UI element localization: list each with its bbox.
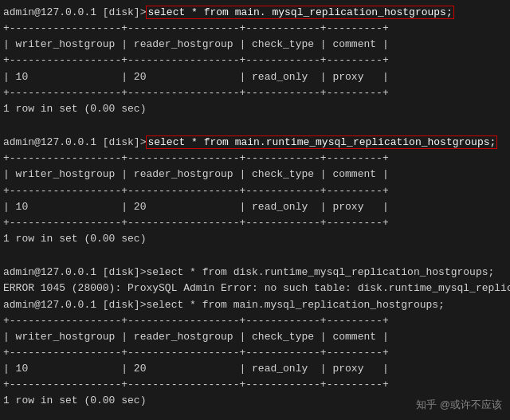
block3-command1: select * from disk.runtime_mysql_replica… [146, 266, 494, 278]
block2-result: 1 row in set (0.00 sec) [3, 231, 507, 247]
block1-result: 1 row in set (0.00 sec) [3, 101, 507, 117]
block2-row: | 10 | 20 | read_only | proxy | [3, 199, 507, 215]
block1-command: select * from main. mysql_replication_ho… [146, 6, 453, 19]
watermark: 知乎 @或许不应该 [416, 398, 502, 412]
block1-sep1: +------------------+------------------+-… [3, 21, 507, 37]
block1-row: | 10 | 20 | read_only | proxy | [3, 69, 507, 85]
block2-sep1: +------------------+------------------+-… [3, 151, 507, 167]
blank1 [3, 119, 507, 135]
block3-sep3: +------------------+------------------+-… [3, 377, 507, 393]
terminal: admin@127.0.0.1 [disk]>select * from mai… [0, 0, 510, 420]
block3-command1-line: admin@127.0.0.1 [disk]>select * from dis… [3, 265, 507, 281]
block2-sep3: +------------------+------------------+-… [3, 215, 507, 231]
block1: admin@127.0.0.1 [disk]>select * from mai… [3, 5, 507, 117]
block3-command2: select * from main.mysql_replication_hos… [146, 299, 444, 311]
block3: admin@127.0.0.1 [disk]>select * from dis… [3, 265, 507, 409]
blank2 [3, 249, 507, 265]
block3-command2-line: admin@127.0.0.1 [disk]>select * from mai… [3, 297, 507, 313]
block2: admin@127.0.0.1 [disk]>select * from mai… [3, 135, 507, 247]
block3-sep2: +------------------+------------------+-… [3, 345, 507, 361]
block3-prompt2: admin@127.0.0.1 [disk]> [3, 299, 146, 311]
block1-command-line: admin@127.0.0.1 [disk]>select * from mai… [3, 5, 507, 21]
block2-command: select * from main.runtime_mysql_replica… [146, 135, 497, 149]
block2-header: | writer_hostgroup | reader_hostgroup | … [3, 167, 507, 183]
block3-row: | 10 | 20 | read_only | proxy | [3, 361, 507, 377]
watermark-text: @或许不应该 [440, 398, 502, 410]
block2-sep2: +------------------+------------------+-… [3, 183, 507, 199]
block2-command-line: admin@127.0.0.1 [disk]>select * from mai… [3, 135, 507, 151]
block3-sep1: +------------------+------------------+-… [3, 313, 507, 329]
block1-header: | writer_hostgroup | reader_hostgroup | … [3, 37, 507, 53]
block3-error: ERROR 1045 (28000): ProxySQL Admin Error… [3, 281, 507, 296]
block1-prompt: admin@127.0.0.1 [disk]> [3, 6, 146, 18]
block1-sep2: +------------------+------------------+-… [3, 53, 507, 69]
block3-prompt1: admin@127.0.0.1 [disk]> [3, 266, 146, 278]
block1-sep3: +------------------+------------------+-… [3, 85, 507, 101]
blank3 [3, 411, 507, 420]
watermark-site: 知乎 [416, 398, 437, 410]
block3-header: | writer_hostgroup | reader_hostgroup | … [3, 329, 507, 345]
block2-prompt: admin@127.0.0.1 [disk]> [3, 136, 146, 148]
